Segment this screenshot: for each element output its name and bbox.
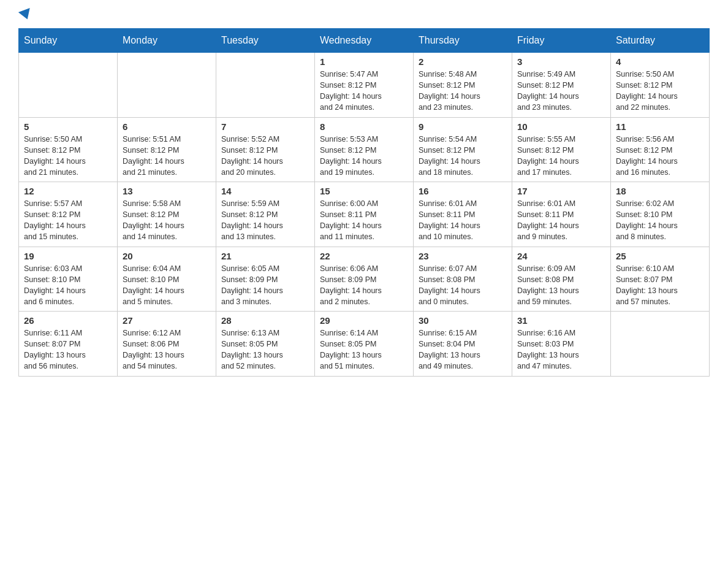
calendar-week-row: 5Sunrise: 5:50 AMSunset: 8:12 PMDaylight…	[19, 117, 710, 182]
day-info: Sunrise: 6:05 AMSunset: 8:09 PMDaylight:…	[221, 263, 309, 308]
day-number: 8	[320, 121, 408, 132]
day-info: Sunrise: 5:47 AMSunset: 8:12 PMDaylight:…	[320, 69, 408, 113]
calendar-cell	[118, 53, 216, 118]
weekday-header-sunday: Sunday	[19, 29, 118, 53]
calendar-cell	[19, 53, 118, 118]
calendar-week-row: 12Sunrise: 5:57 AMSunset: 8:12 PMDayligh…	[19, 182, 710, 247]
day-number: 3	[517, 56, 605, 67]
calendar-cell: 9Sunrise: 5:54 AMSunset: 8:12 PMDaylight…	[414, 117, 512, 182]
calendar-cell: 19Sunrise: 6:03 AMSunset: 8:10 PMDayligh…	[19, 247, 118, 312]
day-number: 22	[320, 251, 408, 261]
calendar-cell: 6Sunrise: 5:51 AMSunset: 8:12 PMDaylight…	[118, 117, 216, 182]
day-info: Sunrise: 5:56 AMSunset: 8:12 PMDaylight:…	[616, 134, 704, 178]
day-number: 24	[517, 251, 605, 261]
day-number: 5	[24, 121, 112, 132]
day-number: 7	[221, 121, 309, 132]
day-info: Sunrise: 6:14 AMSunset: 8:05 PMDaylight:…	[320, 327, 408, 372]
day-number: 10	[517, 121, 605, 132]
calendar-cell: 29Sunrise: 6:14 AMSunset: 8:05 PMDayligh…	[315, 312, 414, 377]
day-info: Sunrise: 5:52 AMSunset: 8:12 PMDaylight:…	[221, 134, 309, 178]
day-number: 4	[616, 56, 704, 67]
weekday-header-saturday: Saturday	[611, 29, 710, 53]
day-info: Sunrise: 6:01 AMSunset: 8:11 PMDaylight:…	[517, 198, 605, 243]
day-info: Sunrise: 5:59 AMSunset: 8:12 PMDaylight:…	[221, 198, 309, 243]
day-info: Sunrise: 6:09 AMSunset: 8:08 PMDaylight:…	[517, 263, 605, 308]
day-number: 9	[419, 121, 507, 132]
day-info: Sunrise: 6:03 AMSunset: 8:10 PMDaylight:…	[24, 263, 112, 308]
weekday-header-wednesday: Wednesday	[315, 29, 414, 53]
day-info: Sunrise: 5:58 AMSunset: 8:12 PMDaylight:…	[123, 198, 211, 243]
calendar-cell: 31Sunrise: 6:16 AMSunset: 8:03 PMDayligh…	[512, 312, 611, 377]
calendar-cell: 8Sunrise: 5:53 AMSunset: 8:12 PMDaylight…	[315, 117, 414, 182]
day-number: 29	[320, 315, 408, 326]
day-number: 13	[123, 186, 211, 196]
day-number: 11	[616, 121, 704, 132]
day-info: Sunrise: 5:48 AMSunset: 8:12 PMDaylight:…	[419, 69, 507, 113]
day-number: 15	[320, 186, 408, 196]
day-number: 31	[517, 315, 605, 326]
calendar-cell: 18Sunrise: 6:02 AMSunset: 8:10 PMDayligh…	[611, 182, 710, 247]
day-number: 21	[221, 251, 309, 261]
calendar-cell	[216, 53, 315, 118]
day-number: 12	[24, 186, 112, 196]
weekday-header-friday: Friday	[512, 29, 611, 53]
calendar-cell: 15Sunrise: 6:00 AMSunset: 8:11 PMDayligh…	[315, 182, 414, 247]
calendar-table: SundayMondayTuesdayWednesdayThursdayFrid…	[18, 28, 710, 377]
weekday-header-thursday: Thursday	[414, 29, 512, 53]
weekday-header-tuesday: Tuesday	[216, 29, 315, 53]
calendar-cell: 11Sunrise: 5:56 AMSunset: 8:12 PMDayligh…	[611, 117, 710, 182]
day-info: Sunrise: 6:10 AMSunset: 8:07 PMDaylight:…	[616, 263, 704, 308]
day-number: 2	[419, 56, 507, 67]
calendar-cell: 16Sunrise: 6:01 AMSunset: 8:11 PMDayligh…	[414, 182, 512, 247]
weekday-header-monday: Monday	[118, 29, 216, 53]
calendar-cell: 24Sunrise: 6:09 AMSunset: 8:08 PMDayligh…	[512, 247, 611, 312]
day-info: Sunrise: 5:49 AMSunset: 8:12 PMDaylight:…	[517, 69, 605, 113]
calendar-cell: 30Sunrise: 6:15 AMSunset: 8:04 PMDayligh…	[414, 312, 512, 377]
day-number: 6	[123, 121, 211, 132]
day-info: Sunrise: 5:53 AMSunset: 8:12 PMDaylight:…	[320, 134, 408, 178]
day-info: Sunrise: 6:01 AMSunset: 8:11 PMDaylight:…	[419, 198, 507, 243]
day-info: Sunrise: 5:54 AMSunset: 8:12 PMDaylight:…	[419, 134, 507, 178]
calendar-week-row: 1Sunrise: 5:47 AMSunset: 8:12 PMDaylight…	[19, 53, 710, 118]
calendar-cell: 21Sunrise: 6:05 AMSunset: 8:09 PMDayligh…	[216, 247, 315, 312]
calendar-cell: 4Sunrise: 5:50 AMSunset: 8:12 PMDaylight…	[611, 53, 710, 118]
day-info: Sunrise: 6:02 AMSunset: 8:10 PMDaylight:…	[616, 198, 704, 243]
page-header	[18, 12, 710, 22]
day-info: Sunrise: 6:12 AMSunset: 8:06 PMDaylight:…	[123, 327, 211, 372]
day-info: Sunrise: 6:00 AMSunset: 8:11 PMDaylight:…	[320, 198, 408, 243]
weekday-header-row: SundayMondayTuesdayWednesdayThursdayFrid…	[19, 29, 710, 53]
day-info: Sunrise: 5:57 AMSunset: 8:12 PMDaylight:…	[24, 198, 112, 243]
day-number: 25	[616, 251, 704, 261]
calendar-cell: 2Sunrise: 5:48 AMSunset: 8:12 PMDaylight…	[414, 53, 512, 118]
calendar-cell: 26Sunrise: 6:11 AMSunset: 8:07 PMDayligh…	[19, 312, 118, 377]
day-info: Sunrise: 6:13 AMSunset: 8:05 PMDaylight:…	[221, 327, 309, 372]
day-info: Sunrise: 5:55 AMSunset: 8:12 PMDaylight:…	[517, 134, 605, 178]
day-number: 19	[24, 251, 112, 261]
day-number: 26	[24, 315, 112, 326]
calendar-cell	[611, 312, 710, 377]
calendar-cell: 13Sunrise: 5:58 AMSunset: 8:12 PMDayligh…	[118, 182, 216, 247]
calendar-cell: 22Sunrise: 6:06 AMSunset: 8:09 PMDayligh…	[315, 247, 414, 312]
day-info: Sunrise: 5:51 AMSunset: 8:12 PMDaylight:…	[123, 134, 211, 178]
calendar-week-row: 19Sunrise: 6:03 AMSunset: 8:10 PMDayligh…	[19, 247, 710, 312]
day-info: Sunrise: 6:06 AMSunset: 8:09 PMDaylight:…	[320, 263, 408, 308]
day-number: 18	[616, 186, 704, 196]
day-number: 30	[419, 315, 507, 326]
day-number: 14	[221, 186, 309, 196]
calendar-cell: 7Sunrise: 5:52 AMSunset: 8:12 PMDaylight…	[216, 117, 315, 182]
day-info: Sunrise: 5:50 AMSunset: 8:12 PMDaylight:…	[24, 134, 112, 178]
day-info: Sunrise: 5:50 AMSunset: 8:12 PMDaylight:…	[616, 69, 704, 113]
day-number: 1	[320, 56, 408, 67]
calendar-cell: 23Sunrise: 6:07 AMSunset: 8:08 PMDayligh…	[414, 247, 512, 312]
calendar-cell: 3Sunrise: 5:49 AMSunset: 8:12 PMDaylight…	[512, 53, 611, 118]
calendar-cell: 5Sunrise: 5:50 AMSunset: 8:12 PMDaylight…	[19, 117, 118, 182]
day-info: Sunrise: 6:16 AMSunset: 8:03 PMDaylight:…	[517, 327, 605, 372]
calendar-cell: 28Sunrise: 6:13 AMSunset: 8:05 PMDayligh…	[216, 312, 315, 377]
day-info: Sunrise: 6:15 AMSunset: 8:04 PMDaylight:…	[419, 327, 507, 372]
calendar-cell: 1Sunrise: 5:47 AMSunset: 8:12 PMDaylight…	[315, 53, 414, 118]
calendar-cell: 25Sunrise: 6:10 AMSunset: 8:07 PMDayligh…	[611, 247, 710, 312]
day-info: Sunrise: 6:07 AMSunset: 8:08 PMDaylight:…	[419, 263, 507, 308]
day-info: Sunrise: 6:11 AMSunset: 8:07 PMDaylight:…	[24, 327, 112, 372]
logo-triangle-icon	[18, 8, 33, 21]
calendar-cell: 17Sunrise: 6:01 AMSunset: 8:11 PMDayligh…	[512, 182, 611, 247]
